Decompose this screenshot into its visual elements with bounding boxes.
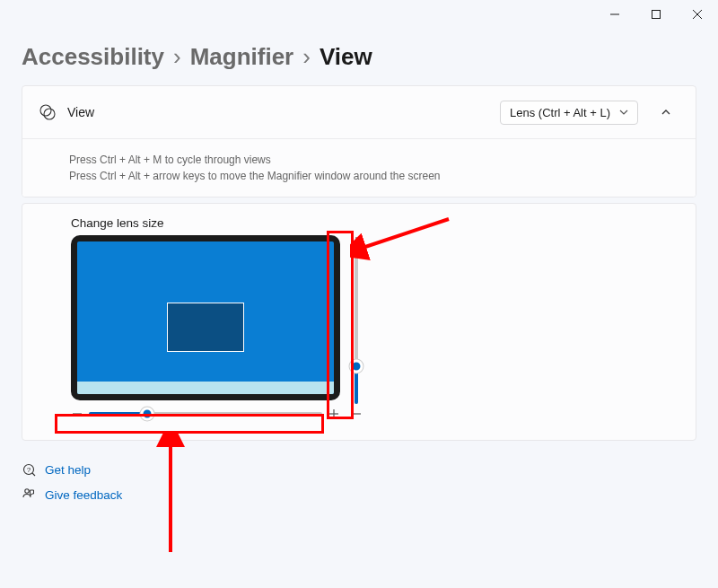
minus-icon [72,408,83,419]
minimize-button[interactable] [594,0,635,29]
lens-width-slider-thumb[interactable] [141,408,154,421]
lens-size-title: Change lens size [39,216,679,230]
feedback-icon [22,487,36,502]
get-help-label: Get help [45,463,91,477]
view-hint: Press Ctrl + Alt + M to cycle through vi… [22,139,696,197]
monitor-preview [71,235,340,400]
plus-icon [328,408,339,419]
get-help-link[interactable]: ? Get help [22,462,696,477]
lens-preview-rect [167,303,244,352]
give-feedback-link[interactable]: Give feedback [22,487,696,502]
chevron-up-icon [661,107,671,118]
lens-width-increase-button[interactable] [328,408,340,420]
lens-height-decrease-button[interactable] [350,408,363,420]
lens-width-decrease-button[interactable] [71,408,83,420]
view-title: View [67,105,489,119]
breadcrumb-separator: › [302,43,311,71]
hint-line-1: Press Ctrl + Alt + M to cycle through vi… [69,152,679,168]
hint-line-2: Press Ctrl + Alt + arrow keys to move th… [69,168,679,184]
footer-links: ? Get help Give feedback [0,441,718,534]
svg-text:?: ? [27,466,31,474]
breadcrumb-item-magnifier[interactable]: Magnifier [190,43,294,71]
svg-rect-1 [652,11,661,19]
monitor-taskbar [77,382,334,394]
chevron-down-icon [619,106,628,119]
lens-size-card: Change lens size [22,203,696,441]
breadcrumb-separator: › [173,43,181,71]
view-dropdown-value: Lens (Ctrl + Alt + L) [510,106,610,119]
lens-width-slider-group [71,408,340,420]
breadcrumb-item-view: View [320,43,372,71]
window-controls [594,0,718,29]
view-card: View Lens (Ctrl + Alt + L) Press Ctrl + … [22,85,696,197]
minus-icon [351,408,362,419]
give-feedback-label: Give feedback [45,488,122,502]
collapse-button[interactable] [652,99,679,126]
view-dropdown[interactable]: Lens (Ctrl + Alt + L) [500,101,638,125]
lens-height-slider[interactable] [355,251,358,404]
breadcrumb-item-accessibility[interactable]: Accessibility [22,43,164,71]
help-icon: ? [22,462,36,477]
lens-height-increase-button[interactable] [350,235,363,248]
svg-point-18 [25,489,29,493]
lens-width-slider[interactable] [89,412,322,416]
maximize-button[interactable] [635,0,677,29]
view-icon [39,103,57,121]
plus-icon [351,236,362,247]
close-button[interactable] [677,0,718,29]
lens-height-slider-group [344,235,369,420]
lens-height-slider-thumb[interactable] [350,359,363,373]
